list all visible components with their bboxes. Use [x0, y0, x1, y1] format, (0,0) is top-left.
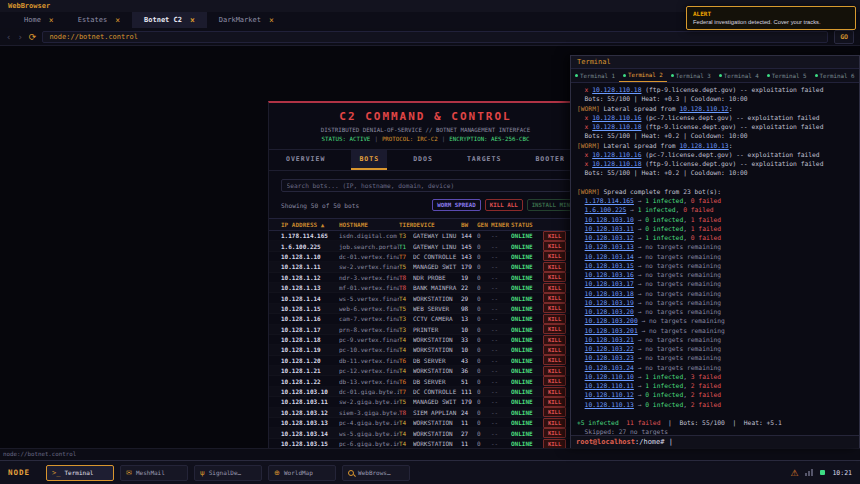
bot-ip: 10.128.103.11 [281, 398, 339, 405]
search-input[interactable] [281, 179, 571, 192]
terminal-tab-3[interactable]: Terminal 3 [667, 69, 715, 82]
terminal-segment: 0 infected [645, 225, 683, 232]
browser-tab-botnet-c2[interactable]: Botnet C2× [132, 12, 207, 28]
kill-button[interactable]: KILL [543, 345, 566, 355]
taskbar-item-worldmap[interactable]: WorldMap [268, 465, 336, 481]
terminal-prompt[interactable]: root@localhost:/home# | [571, 435, 859, 448]
bot-miner: -- [491, 357, 511, 364]
bot-miner: -- [491, 440, 511, 447]
table-row: 10.128.1.12ndr-3.vertex.finaT8NDR PROBE1… [269, 273, 582, 283]
kill-button[interactable]: KILL [543, 231, 566, 241]
terminal-tab-label: Terminal 4 [724, 73, 759, 79]
kill-button[interactable]: KILL [543, 241, 566, 251]
bot-device: WORKSTATION [413, 295, 461, 302]
kill-button[interactable]: KILL [543, 324, 566, 334]
column-header[interactable]: STATUS [511, 221, 543, 228]
terminal-segment: , [683, 234, 691, 241]
terminal-line: [WORM] Lateral spread from 10.128.110.13… [577, 141, 853, 150]
bot-bandwidth: 10 [461, 346, 477, 353]
kill-button[interactable]: KILL [543, 303, 566, 313]
kill-button[interactable]: KILL [543, 355, 566, 365]
terminal-tab-5[interactable]: Terminal 5 [763, 69, 811, 82]
tab-close-icon[interactable]: × [190, 16, 195, 25]
tab-close-icon[interactable]: × [269, 16, 274, 25]
bot-miner: -- [491, 419, 511, 426]
terminal-line: 10.128.110.13 → 0 infected, 2 failed [577, 400, 853, 409]
kill-button[interactable]: KILL [543, 397, 566, 407]
tab-close-icon[interactable]: × [115, 16, 120, 25]
terminal-segment: → no targets remaining [634, 290, 721, 297]
column-header[interactable]: BW [461, 221, 477, 228]
bot-hostname: dc-01.giga.byte.i [339, 388, 399, 395]
terminal-line: x 10.128.110.16 (pc-7.license.dept.gov) … [577, 150, 853, 159]
terminal-segment: 2 failed [691, 382, 721, 389]
bot-status: ONLINE [511, 336, 543, 343]
kill-button[interactable]: KILL [543, 418, 566, 428]
bot-miner: -- [491, 232, 511, 239]
status-item: | [374, 136, 378, 142]
worm-spread-button[interactable]: WORM SPREAD [432, 199, 480, 211]
taskbar-item-terminal[interactable]: Terminal [46, 465, 114, 481]
tab-label: Botnet C2 [144, 16, 182, 24]
status-item: | [442, 136, 446, 142]
kill-button[interactable]: KILL [543, 366, 566, 376]
bot-tier: T4 [399, 295, 413, 302]
terminal-segment: , [683, 401, 691, 408]
status-item: ENCRYPTION: AES-256-CBC [449, 136, 529, 142]
column-header[interactable]: MINER [491, 221, 511, 228]
url-input[interactable] [42, 31, 828, 43]
kill-button[interactable]: KILL [543, 283, 566, 293]
column-header[interactable]: IP ADDRESS ▲ [281, 221, 339, 228]
kill-button[interactable]: KILL [543, 314, 566, 324]
column-header[interactable]: HOSTNAME [339, 221, 399, 228]
kill-button[interactable]: KILL [543, 387, 566, 397]
kill-cell: KILL [543, 303, 571, 313]
column-header[interactable]: TIER [399, 221, 413, 228]
terminal-tab-2[interactable]: Terminal 2 [619, 69, 667, 82]
kill-button[interactable]: KILL [543, 376, 566, 386]
tab-close-icon[interactable]: × [49, 16, 54, 25]
terminal-tab-6[interactable]: Terminal 6 [811, 69, 859, 82]
taskbar-item-webbrows[interactable]: WebBrows… [342, 465, 410, 481]
terminal-tab-label: Terminal 5 [772, 73, 807, 79]
forward-icon[interactable]: › [17, 32, 22, 42]
terminal-tab-4[interactable]: Terminal 4 [715, 69, 763, 82]
column-header[interactable]: GEN [477, 221, 491, 228]
terminal-line: 10.128.103.16 → no targets remaining [577, 270, 853, 279]
tab-targets[interactable]: TARGETS [459, 150, 509, 170]
back-icon[interactable]: ‹ [6, 32, 11, 42]
go-button[interactable]: GO [834, 30, 854, 44]
alert-toast[interactable]: ALERT Federal investigation detected. Co… [686, 6, 856, 30]
bot-gen: 0 [477, 398, 491, 405]
browser-tab-home[interactable]: Home× [12, 12, 66, 28]
kill-button[interactable]: KILL [543, 335, 566, 345]
tab-overview[interactable]: OVERVIEW [278, 150, 333, 170]
terminal-line: Bots: 55/100 | Heat: +0.2 | Cooldown: 10… [577, 168, 853, 177]
kill-button[interactable]: KILL [543, 251, 566, 261]
terminal-segment: 1.6.100.225 [585, 206, 627, 213]
column-header[interactable]: DEVICE [413, 221, 461, 228]
tab-ddos[interactable]: DDOS [405, 150, 441, 170]
tab-booter[interactable]: BOOTER [527, 150, 572, 170]
terminal-title: Terminal [571, 56, 859, 69]
terminal-segment: → no targets remaining [634, 262, 721, 269]
reload-icon[interactable]: ⟳ [29, 32, 37, 42]
kill-button[interactable]: KILL [543, 262, 566, 272]
tab-bots[interactable]: BOTS [351, 150, 387, 170]
kill-all-button[interactable]: KILL ALL [485, 199, 523, 211]
kill-button[interactable]: KILL [543, 293, 566, 303]
node-menu-button[interactable]: NODE [8, 468, 30, 477]
kill-button[interactable]: KILL [543, 407, 566, 417]
terminal-tab-1[interactable]: Terminal 1 [571, 69, 619, 82]
warning-icon[interactable]: ⚠ [790, 468, 798, 478]
kill-button[interactable]: KILL [543, 272, 566, 282]
terminal-line: 10.128.103.19 → no targets remaining [577, 298, 853, 307]
browser-tab-darkmarket[interactable]: DarkMarket× [207, 12, 286, 28]
kill-button[interactable]: KILL [543, 428, 566, 438]
taskbar-item-meshmail[interactable]: MeshMail [120, 465, 188, 481]
browser-tab-estates[interactable]: Estates× [66, 12, 132, 28]
bot-status: ONLINE [511, 440, 543, 447]
terminal-segment: → no targets remaining [634, 271, 721, 278]
taskbar-item-signalde[interactable]: SignalDe… [194, 465, 262, 481]
terminal-line: 10.128.110.11 → 1 infected, 2 failed [577, 381, 853, 390]
